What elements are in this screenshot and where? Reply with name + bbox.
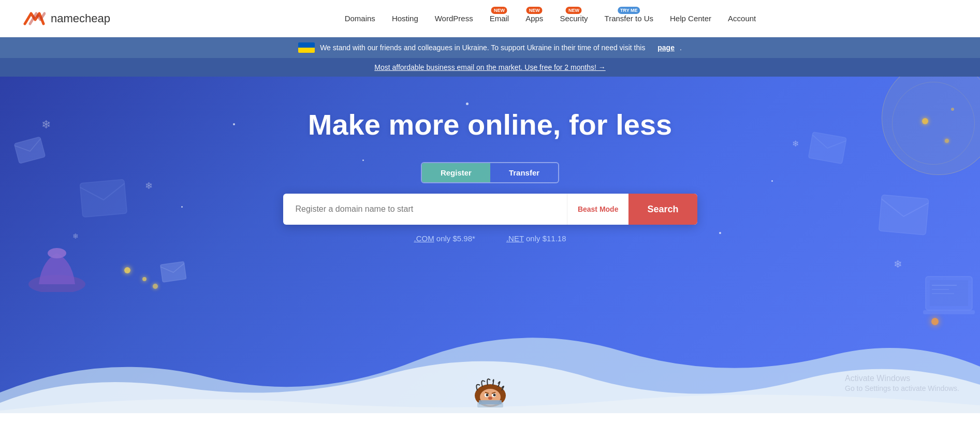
glow-orb-right	[931, 318, 939, 325]
nav-label-transfer: Transfer to Us	[605, 14, 653, 23]
ukraine-banner: We stand with our friends and colleagues…	[0, 37, 980, 58]
globe-dot-3	[951, 108, 954, 111]
nav-label-security: Security	[560, 14, 588, 23]
activate-windows-watermark: Activate Windows Go to Settings to activ…	[845, 374, 959, 392]
envelope-left-top	[13, 136, 48, 167]
snowflake-3: ❄	[792, 139, 799, 149]
hero-title: Make more online, for less	[283, 108, 697, 141]
svg-rect-23	[479, 400, 502, 404]
svg-rect-9	[923, 310, 975, 314]
search-button[interactable]: Search	[628, 194, 697, 225]
svg-rect-8	[930, 280, 968, 306]
envelope-top-right	[807, 130, 847, 167]
nav-item-help[interactable]: Help Center	[670, 14, 711, 23]
ukraine-page-link[interactable]: page	[657, 43, 675, 52]
glow-orb-2	[142, 277, 147, 281]
domain-search-bar: Beast Mode Search	[283, 194, 697, 225]
namecheap-logo-icon	[21, 9, 46, 28]
snowflake-2: ❄	[145, 180, 153, 192]
star-dot-4	[771, 180, 773, 182]
globe-dot-2	[945, 139, 949, 143]
svg-rect-2	[808, 132, 846, 164]
snowflake-4: ❄	[894, 258, 902, 270]
nav-item-transfer[interactable]: TRY ME Transfer to Us	[605, 14, 653, 23]
main-nav: Domains Hosting WordPress NEW Email NEW …	[141, 14, 959, 23]
globe-dot-1	[922, 118, 928, 124]
net-link[interactable]: .NET	[506, 234, 524, 243]
ukraine-banner-text: We stand with our friends and colleagues…	[320, 43, 645, 52]
nav-item-apps[interactable]: NEW Apps	[525, 14, 543, 23]
svg-rect-7	[926, 276, 972, 310]
envelope-bottom-left	[159, 260, 187, 286]
star-dot-6	[181, 206, 183, 208]
svg-point-14	[480, 389, 501, 405]
nav-label-wordpress: WordPress	[435, 14, 473, 23]
svg-point-16	[492, 393, 496, 397]
star-dot-1	[233, 123, 235, 125]
badge-new-security: NEW	[566, 7, 582, 14]
price-net-hint: .NET only $11.18	[506, 234, 566, 243]
svg-point-21	[488, 397, 492, 400]
hero-section: ❄ ❄ ❄ ❄ ❄	[0, 77, 980, 413]
hedgehog-mascot	[464, 367, 516, 411]
price-hints: .COM only $5.98* .NET only $11.18	[283, 234, 697, 243]
com-price: only $5.98*	[434, 234, 475, 243]
nav-item-account[interactable]: Account	[728, 14, 756, 23]
svg-rect-1	[80, 179, 127, 217]
promo-banner-link[interactable]: Most affordable business email on the ma…	[374, 63, 605, 71]
nav-label-email: Email	[490, 14, 509, 23]
header: namecheap Domains Hosting WordPress NEW …	[0, 0, 980, 37]
star-dot-3	[466, 103, 469, 105]
svg-point-5	[28, 275, 85, 292]
svg-rect-22	[477, 402, 503, 407]
activate-windows-title: Activate Windows	[845, 374, 959, 383]
logo-area[interactable]: namecheap	[21, 9, 110, 28]
nav-label-hosting: Hosting	[392, 14, 418, 23]
envelope-right-large	[877, 194, 930, 238]
nav-label-help: Help Center	[670, 14, 711, 23]
nav-label-apps: Apps	[525, 14, 543, 23]
price-com-hint: .COM only $5.98*	[414, 234, 475, 243]
star-dot-5	[719, 232, 721, 234]
purple-hat-decoration	[26, 245, 88, 294]
svg-point-17	[486, 394, 488, 397]
svg-point-13	[475, 384, 506, 407]
svg-point-6	[48, 248, 66, 258]
com-link[interactable]: .COM	[414, 234, 434, 243]
nav-item-email[interactable]: NEW Email	[490, 14, 509, 23]
net-price: only $11.18	[524, 234, 566, 243]
promo-banner: Most affordable business email on the ma…	[0, 58, 980, 77]
svg-rect-0	[14, 137, 46, 164]
badge-new-apps: NEW	[526, 7, 543, 14]
activate-windows-subtitle: Go to Settings to activate Windows.	[845, 384, 959, 392]
hero-content: Make more online, for less Register Tran…	[283, 108, 697, 243]
tab-transfer[interactable]: Transfer	[490, 163, 558, 182]
badge-new-email: NEW	[491, 7, 507, 14]
nav-item-domains[interactable]: Domains	[345, 14, 375, 23]
svg-line-19	[485, 392, 489, 393]
svg-rect-3	[879, 195, 929, 235]
snowflake-5: ❄	[72, 232, 79, 240]
beast-mode-button[interactable]: Beast Mode	[567, 194, 629, 225]
logo-text: namecheap	[51, 12, 110, 25]
domain-search-input[interactable]	[283, 194, 567, 225]
badge-tryme-transfer: TRY ME	[618, 7, 640, 14]
snow-wave	[0, 299, 980, 413]
nav-item-wordpress[interactable]: WordPress	[435, 14, 473, 23]
nav-item-security[interactable]: NEW Security	[560, 14, 588, 23]
nav-label-domains: Domains	[345, 14, 375, 23]
ukraine-flag	[298, 42, 315, 53]
nav-label-account: Account	[728, 14, 756, 23]
snowflake-1: ❄	[41, 118, 51, 132]
nav-item-hosting[interactable]: Hosting	[392, 14, 418, 23]
domain-tabs: Register Transfer	[421, 162, 559, 183]
tab-register[interactable]: Register	[422, 163, 490, 182]
glow-orb-1	[124, 267, 130, 273]
globe-inner	[892, 82, 975, 165]
glow-orb-3	[153, 284, 158, 289]
envelope-center-left	[79, 178, 128, 221]
svg-point-15	[485, 393, 489, 397]
laptop-decoration	[920, 274, 977, 323]
svg-rect-4	[160, 261, 186, 282]
globe-decoration	[882, 77, 980, 175]
